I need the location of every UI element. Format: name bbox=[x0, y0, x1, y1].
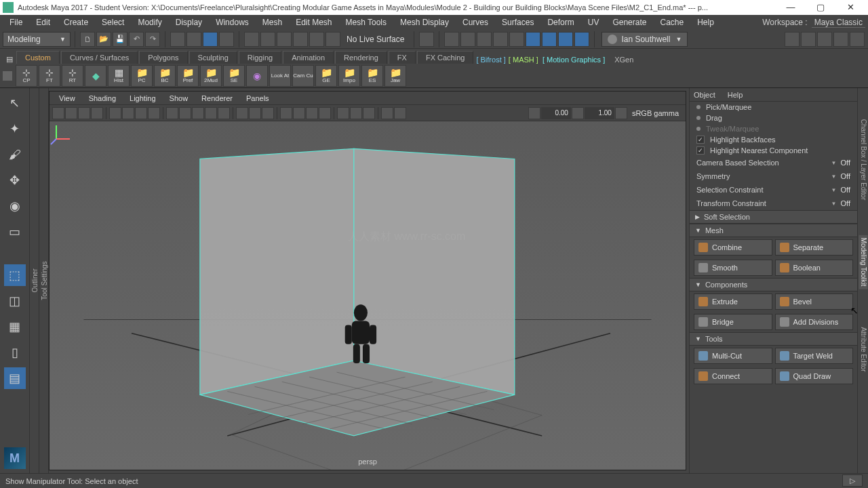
menu-uv[interactable]: UV bbox=[581, 18, 606, 27]
attribute-editor-icon[interactable] bbox=[833, 32, 848, 47]
rotate-tool-icon[interactable]: ◉ bbox=[4, 195, 26, 217]
modeling-toolkit-icon[interactable] bbox=[850, 32, 865, 47]
shelf-tab-motion[interactable]: [ Motion Graphics ] bbox=[540, 56, 608, 64]
move-tool-icon[interactable]: ✥ bbox=[4, 169, 26, 191]
menu-file[interactable]: File bbox=[3, 18, 29, 27]
btn-smooth[interactable]: Smooth bbox=[694, 260, 772, 276]
snap-live-icon[interactable] bbox=[309, 32, 324, 47]
vp-textured-icon[interactable] bbox=[192, 107, 204, 119]
vp-light-a-icon[interactable] bbox=[337, 107, 349, 119]
light-editor-icon[interactable] bbox=[526, 32, 540, 47]
shelf-btn-ft[interactable]: ⊹FT bbox=[39, 65, 60, 87]
render-settings-icon[interactable] bbox=[477, 32, 492, 47]
open-scene-icon[interactable]: 📂 bbox=[96, 32, 111, 47]
vp-gamma-slider-icon[interactable] bbox=[572, 107, 584, 119]
vp-joint-icon[interactable] bbox=[262, 107, 274, 119]
section-tools[interactable]: ▼Tools bbox=[690, 332, 857, 346]
menu-deform[interactable]: Deform bbox=[540, 18, 580, 27]
btn-connect[interactable]: Connect bbox=[694, 368, 772, 384]
shelf-btn-lookat[interactable]: Look At bbox=[269, 65, 291, 87]
layout-single-icon[interactable]: ▦ bbox=[4, 316, 26, 338]
vp-menu-shading[interactable]: Shading bbox=[82, 94, 123, 102]
shelf-tab-animation[interactable]: Animation bbox=[283, 51, 334, 64]
workspace-selector[interactable]: Maya Classic bbox=[812, 18, 865, 28]
hypershade-icon[interactable] bbox=[509, 32, 524, 47]
vp-gamma-toggle-icon[interactable] bbox=[394, 107, 406, 119]
minimize-button[interactable]: — bbox=[776, 0, 806, 15]
menu-edit-mesh[interactable]: Edit Mesh bbox=[289, 18, 338, 27]
select-tool-icon[interactable]: ↖ bbox=[4, 92, 26, 114]
shelf-btn-cp[interactable]: ⊹CP bbox=[16, 65, 37, 87]
shelf-btn-es[interactable]: 📁ES bbox=[361, 65, 383, 87]
vp-safe-icon[interactable] bbox=[148, 107, 160, 119]
row-sel-constraint[interactable]: Selection Constraint▼Off bbox=[690, 183, 857, 197]
shelf-tab-sculpting[interactable]: Sculpting bbox=[189, 51, 237, 64]
vp-bookmark-icon[interactable] bbox=[65, 107, 77, 119]
layout-four-icon[interactable]: ▯ bbox=[4, 342, 26, 363]
menu-surfaces[interactable]: Surfaces bbox=[495, 18, 540, 27]
vp-colorspace-icon[interactable] bbox=[615, 107, 627, 119]
menu-select[interactable]: Select bbox=[95, 18, 131, 27]
vp-menu-renderer[interactable]: Renderer bbox=[195, 94, 239, 102]
show-manipulator-icon[interactable]: ⬚ bbox=[4, 264, 26, 286]
save-scene-icon[interactable]: 💾 bbox=[113, 32, 127, 47]
shelf-swatch-icon[interactable] bbox=[3, 71, 12, 81]
vp-exposure-value[interactable]: 0.00 bbox=[541, 107, 571, 119]
vp-shaded-icon[interactable] bbox=[179, 107, 191, 119]
menu-windows[interactable]: Windows bbox=[209, 18, 256, 27]
vp-exposure-icon[interactable] bbox=[381, 107, 393, 119]
shelf-tab-bifrost[interactable]: [ Bifrost ] bbox=[475, 56, 507, 64]
vp-menu-show[interactable]: Show bbox=[163, 94, 195, 102]
btn-multicut[interactable]: Multi-Cut bbox=[694, 348, 772, 364]
menu-cache[interactable]: Cache bbox=[653, 18, 690, 27]
vp-exposure-slider-icon[interactable] bbox=[528, 107, 540, 119]
rp-menu-object[interactable]: Object bbox=[694, 91, 715, 99]
playback-toggle-icon[interactable]: ▷ bbox=[842, 474, 863, 487]
rp-menu-help[interactable]: Help bbox=[728, 91, 743, 99]
shelf-btn-pc[interactable]: 📁PC bbox=[131, 65, 153, 87]
viewport-3d[interactable]: 人人素材 www.rr-sc.com persp bbox=[50, 121, 686, 470]
redo-icon[interactable]: ↷ bbox=[145, 32, 160, 47]
menu-display[interactable]: Display bbox=[169, 18, 209, 27]
undo-icon[interactable]: ↶ bbox=[129, 32, 144, 47]
menu-set-selector[interactable]: Modeling▼ bbox=[3, 32, 71, 47]
layout-outliner-icon[interactable]: ▤ bbox=[4, 367, 26, 389]
menu-curves[interactable]: Curves bbox=[456, 18, 495, 27]
vtab-attribute-editor[interactable]: Attribute Editor bbox=[859, 327, 867, 371]
shelf-btn-impo[interactable]: 📁Impo bbox=[338, 65, 360, 87]
shelf-btn-ge[interactable]: 📁GE bbox=[315, 65, 337, 87]
vp-shadows-icon[interactable] bbox=[218, 107, 230, 119]
shelf-btn-align[interactable]: ◆ bbox=[85, 65, 106, 87]
menu-create[interactable]: Create bbox=[57, 18, 95, 27]
shelf-tab-xgen[interactable]: XGen bbox=[608, 56, 640, 64]
new-scene-icon[interactable]: 🗋 bbox=[80, 32, 95, 47]
shelf-tab-custom[interactable]: Custom bbox=[16, 51, 60, 64]
btn-bridge[interactable]: Bridge bbox=[694, 314, 772, 330]
lasso-icon[interactable] bbox=[186, 32, 201, 47]
outliner-tab[interactable]: Outliner bbox=[30, 88, 39, 473]
shelf-menu-icon[interactable]: ▤ bbox=[3, 55, 16, 64]
vp-light-b-icon[interactable] bbox=[350, 107, 362, 119]
vp-lights-icon[interactable] bbox=[205, 107, 217, 119]
menu-mesh-display[interactable]: Mesh Display bbox=[393, 18, 456, 27]
history-icon[interactable] bbox=[419, 32, 434, 47]
shelf-btn-bc[interactable]: 📁BC bbox=[154, 65, 176, 87]
btn-separate[interactable]: Separate bbox=[775, 239, 854, 256]
vp-film-gate-icon[interactable] bbox=[91, 107, 103, 119]
btn-bevel[interactable]: Bevel bbox=[775, 293, 854, 310]
section-components[interactable]: ▼Components bbox=[690, 278, 857, 291]
shelf-tab-rigging[interactable]: Rigging bbox=[239, 51, 281, 64]
vp-colorspace-label[interactable]: sRGB gamma bbox=[628, 109, 683, 117]
select-all-icon[interactable] bbox=[219, 32, 234, 47]
menu-mesh[interactable]: Mesh bbox=[256, 18, 289, 27]
shelf-btn-hist[interactable]: ▦Hist bbox=[108, 65, 130, 87]
vp-menu-panels[interactable]: Panels bbox=[239, 94, 276, 102]
chk-backfaces[interactable]: ✓Highlight Backfaces bbox=[690, 134, 857, 145]
snap-plane-icon[interactable] bbox=[293, 32, 308, 47]
panel-layout-icon[interactable] bbox=[785, 32, 800, 47]
layer-editor-icon[interactable] bbox=[817, 32, 832, 47]
close-button[interactable]: ✕ bbox=[835, 0, 865, 15]
paint-tool-icon[interactable]: 🖌 bbox=[4, 144, 26, 165]
vp-camera-icon[interactable] bbox=[52, 107, 64, 119]
menu-help[interactable]: Help bbox=[690, 18, 721, 27]
